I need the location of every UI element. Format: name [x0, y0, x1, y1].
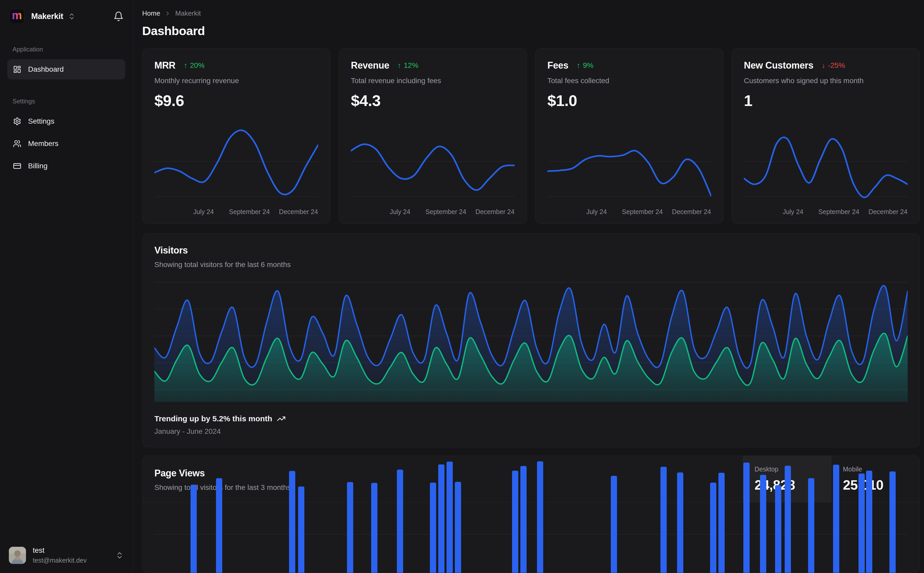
app-root: m Makerkit Application D — [0, 0, 924, 573]
trending-text: Trending up by 5.2% this month — [154, 414, 272, 423]
bar — [430, 482, 436, 573]
stat-value: $1.0 — [547, 92, 711, 110]
arrow-down-icon: ↓ — [822, 61, 825, 70]
axis-tick: December 24 — [868, 208, 907, 216]
bar — [858, 473, 865, 573]
makerkit-logo: m — [9, 9, 24, 24]
toggle-mobile[interactable]: Mobile 25,010 — [831, 456, 919, 502]
bar — [298, 487, 304, 573]
stat-value: $4.3 — [351, 92, 515, 110]
visitors-trending: Trending up by 5.2% this month — [154, 414, 908, 423]
credit-card-icon — [13, 162, 21, 170]
stat-subtitle: Customers who signed up this month — [744, 77, 908, 85]
nav-section-application: Application Dashboard — [7, 46, 125, 80]
sidebar-item-label: Dashboard — [28, 65, 64, 74]
chart-canvas — [547, 125, 711, 203]
notifications-button[interactable] — [113, 11, 124, 22]
stat-card-revenue: Revenue ↑ 12% Total revenue including fe… — [339, 48, 527, 224]
bar — [889, 471, 896, 573]
stat-card-fees: Fees ↑ 9% Total fees collected $1.0 July… — [535, 48, 723, 224]
section-label: Settings — [7, 98, 125, 105]
user-email: test@makerkit.dev — [33, 557, 86, 564]
arrow-up-icon: ↑ — [577, 61, 580, 70]
page-title: Dashboard — [142, 23, 920, 38]
bar — [785, 466, 791, 573]
chevron-right-icon — [164, 10, 171, 17]
main-content: Home Makerkit Dashboard MRR ↑ 20% Monthl… — [133, 0, 924, 573]
gear-icon — [13, 117, 21, 125]
bar — [775, 485, 781, 573]
user-avatar — [9, 547, 26, 564]
chart-canvas — [154, 125, 318, 203]
user-menu[interactable]: test test@makerkit.dev — [0, 539, 133, 573]
chevrons-up-down-icon — [68, 13, 75, 20]
sidebar-item-members[interactable]: Members — [7, 133, 125, 154]
stat-head: Revenue ↑ 12% — [351, 60, 515, 71]
sidebar-header: m Makerkit — [0, 0, 133, 24]
sidebar-item-billing[interactable]: Billing — [7, 156, 125, 176]
stat-head: New Customers ↓ -25% — [744, 60, 908, 71]
stat-cards-row: MRR ↑ 20% Monthly recurring revenue $9.6… — [142, 48, 920, 224]
bar — [512, 471, 518, 573]
axis-tick: September 24 — [819, 208, 859, 216]
sidebar-item-label: Billing — [28, 162, 47, 170]
page-views-header: Page Views Showing total visitors for th… — [143, 456, 919, 503]
axis-tick: July 24 — [390, 208, 410, 216]
visitors-period: January - June 2024 — [154, 427, 908, 435]
breadcrumb: Home Makerkit — [142, 9, 920, 17]
bar — [347, 482, 353, 573]
trend-badge: ↑ 9% — [577, 61, 593, 70]
toggle-label: Mobile — [843, 465, 862, 473]
team-name: Makerkit — [31, 12, 63, 21]
sidebar-item-settings[interactable]: Settings — [7, 111, 125, 132]
revenue-sparkline — [351, 125, 515, 203]
sidebar-item-label: Settings — [28, 117, 54, 125]
bar — [371, 483, 377, 573]
bar — [718, 473, 725, 573]
bar — [537, 461, 543, 573]
bell-icon — [113, 11, 124, 22]
visitors-title: Visitors — [154, 245, 908, 256]
stat-value: 1 — [744, 92, 908, 110]
bar — [397, 470, 403, 573]
bar — [866, 471, 872, 573]
axis-tick: July 24 — [586, 208, 607, 216]
visitors-subtitle: Showing total visitors for the last 6 mo… — [154, 260, 908, 269]
x-axis: July 24 September 24 December 24 — [744, 205, 908, 217]
bar — [660, 467, 667, 573]
stat-subtitle: Total revenue including fees — [351, 77, 515, 85]
bar — [520, 466, 527, 573]
x-axis: July 24 September 24 December 24 — [351, 205, 515, 217]
stat-subtitle: Total fees collected — [547, 77, 711, 85]
toggle-label: Desktop — [755, 465, 778, 473]
breadcrumb-home-link[interactable]: Home — [142, 9, 160, 17]
sidebar-spacer — [0, 176, 133, 539]
sidebar-item-dashboard[interactable]: Dashboard — [7, 59, 125, 80]
trend-percent: 12% — [404, 61, 419, 70]
stat-head: MRR ↑ 20% — [154, 60, 318, 71]
visitors-area-chart — [154, 280, 908, 402]
stat-title: Fees — [547, 60, 568, 71]
axis-tick: July 24 — [783, 208, 803, 216]
trend-percent: 9% — [583, 61, 593, 70]
chart-canvas — [154, 280, 908, 402]
sidebar-nav: Application Dashboard Settings Settings — [0, 24, 133, 176]
trend-badge: ↓ -25% — [822, 61, 845, 70]
trend-percent: -25% — [828, 61, 845, 70]
trending-up-icon — [277, 414, 286, 423]
arrow-up-icon: ↑ — [184, 61, 187, 70]
arrow-up-icon: ↑ — [398, 61, 401, 70]
bar — [744, 463, 750, 573]
axis-tick: December 24 — [475, 208, 515, 216]
bar — [808, 478, 814, 573]
visitors-card: Visitors Showing total visitors for the … — [142, 233, 920, 447]
team-switcher[interactable]: m Makerkit — [9, 9, 75, 24]
stat-card-mrr: MRR ↑ 20% Monthly recurring revenue $9.6… — [142, 48, 330, 224]
trend-badge: ↑ 12% — [398, 61, 419, 70]
bar — [447, 462, 453, 573]
trend-percent: 20% — [190, 61, 204, 70]
nav-section-settings: Settings Settings Members — [7, 98, 125, 176]
bar — [190, 485, 197, 573]
axis-tick: September 24 — [229, 208, 270, 216]
axis-tick: December 24 — [672, 208, 711, 216]
